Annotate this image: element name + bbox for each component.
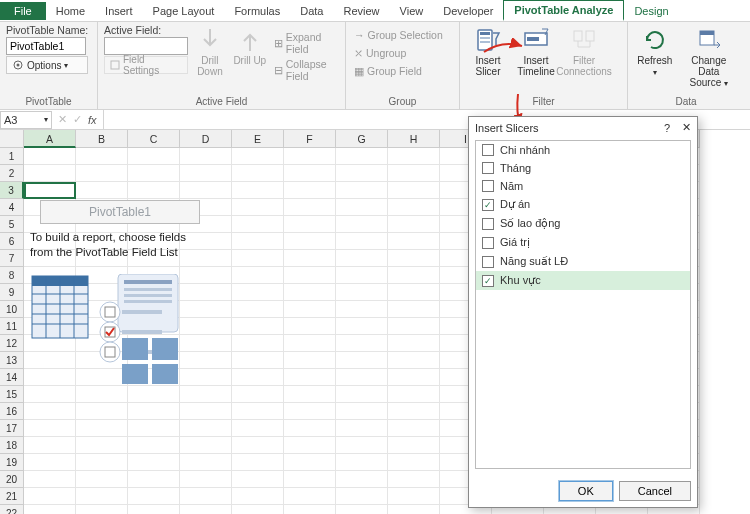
cell[interactable] xyxy=(336,233,388,250)
cell[interactable] xyxy=(24,420,76,437)
cell[interactable] xyxy=(128,505,180,514)
tab-data[interactable]: Data xyxy=(290,2,333,20)
cell[interactable] xyxy=(232,250,284,267)
cell[interactable] xyxy=(336,148,388,165)
insert-timeline-button[interactable]: InsertTimeline xyxy=(514,24,558,77)
cell[interactable] xyxy=(232,505,284,514)
cell[interactable] xyxy=(180,165,232,182)
cell[interactable] xyxy=(388,352,440,369)
checkbox[interactable] xyxy=(482,180,494,192)
cell[interactable] xyxy=(284,250,336,267)
row-header[interactable]: 6 xyxy=(0,233,24,250)
cell[interactable] xyxy=(336,284,388,301)
cell[interactable] xyxy=(76,454,128,471)
row-header[interactable]: 16 xyxy=(0,403,24,420)
cell[interactable] xyxy=(388,386,440,403)
collapse-field-button[interactable]: ⊟Collapse Field xyxy=(272,57,339,83)
column-header[interactable]: H xyxy=(388,130,440,148)
cell[interactable] xyxy=(284,352,336,369)
cell[interactable] xyxy=(232,301,284,318)
checkbox[interactable] xyxy=(482,162,494,174)
row-header[interactable]: 22 xyxy=(0,505,24,514)
cell[interactable] xyxy=(232,335,284,352)
group-selection-button[interactable]: →Group Selection xyxy=(352,28,445,42)
cell[interactable] xyxy=(180,437,232,454)
cell[interactable] xyxy=(388,216,440,233)
tab-insert[interactable]: Insert xyxy=(95,2,143,20)
cell[interactable] xyxy=(284,301,336,318)
cell[interactable] xyxy=(388,454,440,471)
row-header[interactable]: 5 xyxy=(0,216,24,233)
cell[interactable] xyxy=(388,182,440,199)
cell[interactable] xyxy=(284,471,336,488)
cell[interactable] xyxy=(232,420,284,437)
cell[interactable] xyxy=(232,165,284,182)
cell[interactable] xyxy=(232,267,284,284)
cell[interactable] xyxy=(388,488,440,505)
slicer-field-item[interactable]: ✓Khu vực xyxy=(476,271,690,290)
cell[interactable] xyxy=(284,386,336,403)
tab-review[interactable]: Review xyxy=(333,2,389,20)
cell[interactable] xyxy=(388,471,440,488)
cell[interactable] xyxy=(232,352,284,369)
cell[interactable] xyxy=(180,386,232,403)
row-header[interactable]: 18 xyxy=(0,437,24,454)
cell[interactable] xyxy=(388,199,440,216)
cell[interactable] xyxy=(232,454,284,471)
cell[interactable] xyxy=(284,335,336,352)
cell[interactable] xyxy=(336,182,388,199)
cell[interactable] xyxy=(180,403,232,420)
column-header[interactable]: C xyxy=(128,130,180,148)
slicer-field-item[interactable]: Số lao động xyxy=(476,214,690,233)
dialog-help-button[interactable]: ? xyxy=(664,122,670,134)
row-header[interactable]: 12 xyxy=(0,335,24,352)
pivottable-options-button[interactable]: Options ▾ xyxy=(6,56,88,74)
drill-up-button[interactable]: Drill Up xyxy=(232,24,268,66)
column-header[interactable]: D xyxy=(180,130,232,148)
cell[interactable] xyxy=(180,454,232,471)
cell[interactable] xyxy=(388,335,440,352)
tab-design[interactable]: Design xyxy=(624,2,678,20)
cell[interactable] xyxy=(232,488,284,505)
cell[interactable] xyxy=(232,148,284,165)
cell[interactable] xyxy=(284,403,336,420)
column-header[interactable]: F xyxy=(284,130,336,148)
slicer-field-item[interactable]: Năng suất LĐ xyxy=(476,252,690,271)
accept-formula-icon[interactable]: ✓ xyxy=(73,113,82,126)
cell[interactable] xyxy=(336,386,388,403)
cell[interactable] xyxy=(336,437,388,454)
cell[interactable] xyxy=(24,437,76,454)
cell[interactable] xyxy=(336,352,388,369)
tab-pivottable-analyze[interactable]: PivotTable Analyze xyxy=(503,0,624,21)
fx-icon[interactable]: fx xyxy=(88,114,97,126)
cell[interactable] xyxy=(336,301,388,318)
cell[interactable] xyxy=(76,165,128,182)
cell[interactable] xyxy=(76,437,128,454)
cell[interactable] xyxy=(76,386,128,403)
row-header[interactable]: 3 xyxy=(0,182,24,199)
cell[interactable] xyxy=(128,471,180,488)
cell[interactable] xyxy=(388,505,440,514)
cell[interactable] xyxy=(24,182,76,199)
cell[interactable] xyxy=(180,505,232,514)
row-header[interactable]: 13 xyxy=(0,352,24,369)
cell[interactable] xyxy=(24,165,76,182)
column-header[interactable]: A xyxy=(24,130,76,148)
cell[interactable] xyxy=(128,420,180,437)
cell[interactable] xyxy=(24,148,76,165)
cell[interactable] xyxy=(180,148,232,165)
cell[interactable] xyxy=(76,420,128,437)
row-header[interactable]: 4 xyxy=(0,199,24,216)
cell[interactable] xyxy=(76,471,128,488)
checkbox[interactable]: ✓ xyxy=(482,275,494,287)
row-header[interactable]: 9 xyxy=(0,284,24,301)
cell[interactable] xyxy=(388,165,440,182)
field-settings-button[interactable]: Field Settings xyxy=(104,56,188,74)
cell[interactable] xyxy=(24,471,76,488)
insert-slicer-button[interactable]: InsertSlicer xyxy=(466,24,510,77)
refresh-button[interactable]: Refresh▾ xyxy=(634,24,676,78)
cell[interactable] xyxy=(388,267,440,284)
cell[interactable] xyxy=(336,199,388,216)
cell[interactable] xyxy=(284,216,336,233)
cell[interactable] xyxy=(128,403,180,420)
